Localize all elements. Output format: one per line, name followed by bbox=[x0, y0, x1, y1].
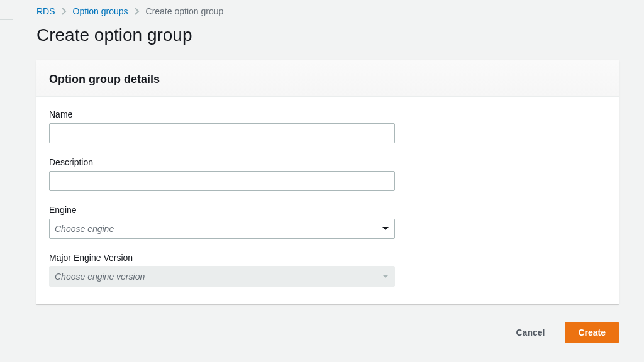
major-engine-version-placeholder: Choose engine version bbox=[55, 272, 145, 282]
create-button[interactable]: Create bbox=[565, 322, 619, 343]
panel-body: Name Description Engine Choose engine bbox=[36, 97, 619, 304]
panel-header: Option group details bbox=[36, 60, 619, 97]
name-field: Name bbox=[49, 109, 606, 143]
major-engine-version-field: Major Engine Version Choose engine versi… bbox=[49, 253, 606, 287]
panel-header-title: Option group details bbox=[49, 73, 606, 86]
name-label: Name bbox=[49, 109, 606, 119]
name-input[interactable] bbox=[49, 123, 395, 143]
breadcrumb-rds-link[interactable]: RDS bbox=[36, 6, 55, 16]
chevron-right-icon bbox=[135, 8, 140, 15]
caret-down-icon bbox=[382, 226, 389, 231]
description-input[interactable] bbox=[49, 171, 395, 191]
engine-select-placeholder: Choose engine bbox=[55, 224, 114, 234]
description-field: Description bbox=[49, 157, 606, 191]
breadcrumb-option-groups-link[interactable]: Option groups bbox=[73, 6, 128, 16]
chevron-right-icon bbox=[62, 8, 67, 15]
cancel-button[interactable]: Cancel bbox=[503, 322, 557, 343]
page-title: Create option group bbox=[36, 25, 619, 45]
breadcrumb-current: Create option group bbox=[146, 6, 224, 16]
description-label: Description bbox=[49, 157, 606, 167]
option-group-details-panel: Option group details Name Description En… bbox=[36, 60, 619, 304]
breadcrumb: RDS Option groups Create option group bbox=[36, 0, 619, 25]
engine-label: Engine bbox=[49, 205, 606, 215]
major-engine-version-select: Choose engine version bbox=[49, 266, 395, 287]
engine-field: Engine Choose engine bbox=[49, 205, 606, 239]
engine-select[interactable]: Choose engine bbox=[49, 219, 395, 239]
left-rail-stub bbox=[0, 19, 13, 31]
caret-down-icon bbox=[382, 274, 389, 279]
major-engine-version-label: Major Engine Version bbox=[49, 253, 606, 263]
action-row: Cancel Create bbox=[36, 317, 619, 343]
